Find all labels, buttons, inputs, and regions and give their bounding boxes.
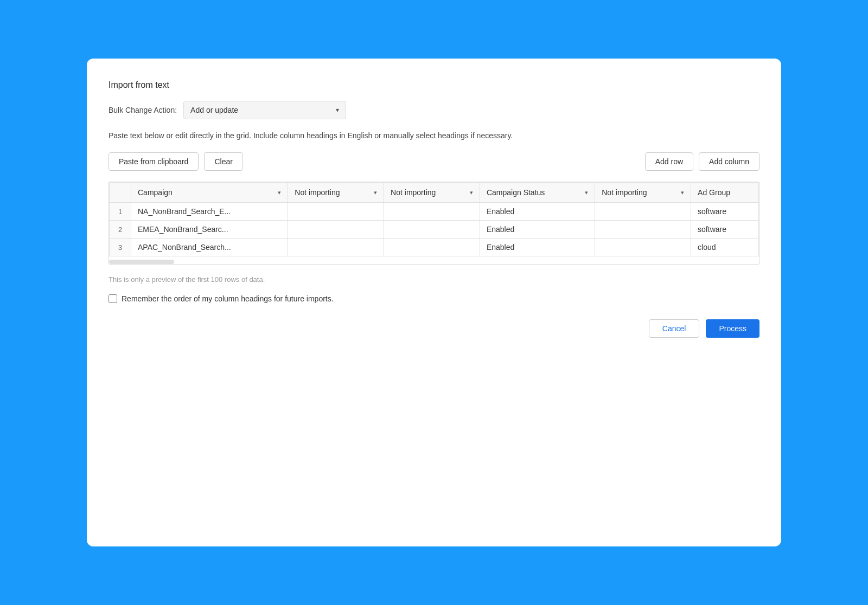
ad-group-cell[interactable]: software [691,221,759,239]
data-grid: Campaign ▾ Not importing ▾ [108,182,760,265]
add-column-button[interactable]: Add column [699,152,760,171]
import-table: Campaign ▾ Not importing ▾ [109,182,759,256]
campaign-cell[interactable]: NA_NonBrand_Search_E... [131,203,288,221]
chevron-down-icon: ▾ [278,189,281,196]
col-campaign-status-label: Campaign Status [487,188,545,197]
table-row: 3APAC_NonBrand_Search...Enabledcloud [110,239,759,256]
remember-row: Remember the order of my column headings… [108,294,760,303]
bulk-change-label: Bulk Change Action: [108,106,177,114]
instructions-text: Paste text below or edit directly in the… [108,130,760,141]
remember-label: Remember the order of my column headings… [122,294,334,303]
row-number[interactable]: 1 [110,203,131,221]
ad-group-cell[interactable]: cloud [691,239,759,256]
col2-cell[interactable] [288,203,384,221]
chevron-down-icon: ▾ [470,189,473,196]
col3-cell[interactable] [384,221,480,239]
bulk-change-value: Add or update [190,106,238,114]
clear-button[interactable]: Clear [204,152,242,171]
row-num-header [110,183,131,203]
table-body: 1NA_NonBrand_Search_E...Enabledsoftware2… [110,203,759,256]
campaign-status-cell[interactable]: Enabled [480,203,595,221]
chevron-down-icon: ▾ [681,189,684,196]
col3-cell[interactable] [384,239,480,256]
col5-cell[interactable] [595,221,691,239]
campaign-cell[interactable]: APAC_NonBrand_Search... [131,239,288,256]
remember-checkbox[interactable] [108,294,117,303]
table-row: 1NA_NonBrand_Search_E...Enabledsoftware [110,203,759,221]
footer-actions: Cancel Process [108,319,760,338]
table-row: 2EMEA_NonBrand_Searc...Enabledsoftware [110,221,759,239]
col-campaign-label: Campaign [138,188,173,197]
campaign-cell[interactable]: EMEA_NonBrand_Searc... [131,221,288,239]
preview-note: This is only a preview of the first 100 … [108,275,760,284]
import-modal: Import from text Bulk Change Action: Add… [87,59,781,546]
col-not-importing-1-label: Not importing [295,188,340,197]
col-header-not-importing-1[interactable]: Not importing ▾ [288,183,384,203]
col-not-importing-2-label: Not importing [391,188,436,197]
row-number[interactable]: 3 [110,239,131,256]
chevron-down-icon: ▾ [374,189,377,196]
col-header-not-importing-2[interactable]: Not importing ▾ [384,183,480,203]
col2-cell[interactable] [288,239,384,256]
table-header-row: Campaign ▾ Not importing ▾ [110,183,759,203]
col-not-importing-3-label: Not importing [602,188,647,197]
col2-cell[interactable] [288,221,384,239]
toolbar-right: Add row Add column [645,152,760,171]
chevron-down-icon: ▾ [336,106,339,114]
row-number[interactable]: 2 [110,221,131,239]
campaign-status-cell[interactable]: Enabled [480,221,595,239]
bulk-change-select[interactable]: Add or update ▾ [183,101,346,119]
paste-from-clipboard-button[interactable]: Paste from clipboard [108,152,199,171]
campaign-status-cell[interactable]: Enabled [480,239,595,256]
ad-group-cell[interactable]: software [691,203,759,221]
process-button[interactable]: Process [706,319,760,338]
col-ad-group-label: Ad Group [698,188,730,197]
bulk-change-row: Bulk Change Action: Add or update ▾ [108,101,760,119]
col3-cell[interactable] [384,203,480,221]
chevron-down-icon: ▾ [585,189,588,196]
col-header-not-importing-3[interactable]: Not importing ▾ [595,183,691,203]
col5-cell[interactable] [595,203,691,221]
horizontal-scrollbar[interactable] [109,260,174,264]
toolbar: Paste from clipboard Clear Add row Add c… [108,152,760,171]
modal-title: Import from text [108,80,760,90]
grid-scroll-area[interactable]: Campaign ▾ Not importing ▾ [109,182,759,256]
cancel-button[interactable]: Cancel [649,319,700,338]
col5-cell[interactable] [595,239,691,256]
add-row-button[interactable]: Add row [645,152,693,171]
toolbar-left: Paste from clipboard Clear [108,152,243,171]
col-header-ad-group[interactable]: Ad Group [691,183,759,203]
col-header-campaign[interactable]: Campaign ▾ [131,183,288,203]
col-header-campaign-status[interactable]: Campaign Status ▾ [480,183,595,203]
